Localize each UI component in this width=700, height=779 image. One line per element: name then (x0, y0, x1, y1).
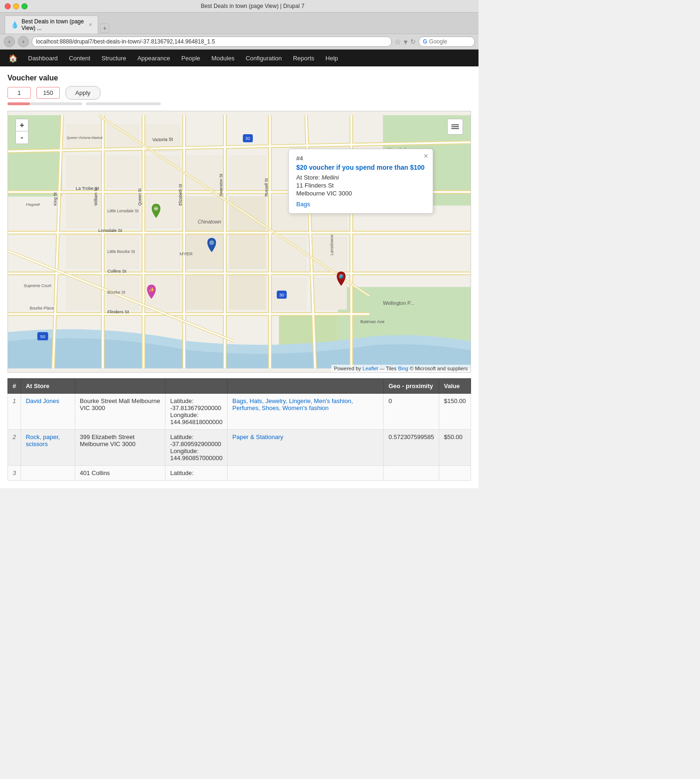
row-categories: Bags, Hats, Jewelry, Lingerie, Men's fas… (228, 394, 384, 430)
search-bar[interactable]: G (419, 36, 475, 47)
svg-rect-22 (229, 233, 265, 269)
table-row: 2 Rock, paper, scissors 399 Elizabeth St… (8, 430, 471, 466)
tab-close-icon[interactable]: × (89, 22, 92, 28)
marker-green[interactable]: ✏ (150, 202, 163, 221)
lng-value-2: 144.960857000000 (170, 454, 222, 462)
nav-reports[interactable]: Reports (287, 51, 320, 65)
svg-rect-8 (67, 156, 103, 188)
row-value: $50.00 (439, 430, 471, 466)
svg-text:Elizabeth St: Elizabeth St (178, 184, 183, 206)
zoom-out-button[interactable]: - (16, 131, 28, 144)
new-tab-button[interactable]: + (100, 23, 109, 33)
voucher-max-input[interactable] (36, 87, 60, 99)
map-popup: × #4 $20 voucher if you spend more than … (288, 149, 433, 214)
popup-store-prefix: At Store: (296, 174, 320, 181)
search-input[interactable] (429, 38, 466, 45)
store-link-1[interactable]: David Jones (26, 397, 59, 404)
svg-text:MYER: MYER (179, 251, 193, 256)
svg-rect-27 (229, 274, 265, 310)
svg-text:Swanston St: Swanston St (219, 173, 223, 196)
nav-menu: 🏠 Dashboard Content Structure Appearance… (0, 50, 479, 66)
nav-dashboard[interactable]: Dashboard (22, 51, 64, 65)
bing-link[interactable]: Bing (398, 366, 408, 371)
svg-rect-23 (67, 274, 103, 310)
reload-icon[interactable]: ↻ (410, 38, 416, 45)
active-tab[interactable]: 💧 Best Deals in town (page View) ... × (5, 15, 98, 34)
voucher-section: Voucher value Apply (7, 74, 471, 105)
google-icon: G (423, 38, 427, 45)
marker-pink[interactable]: ✨ (145, 283, 158, 302)
svg-rect-15 (229, 156, 265, 192)
map-zoom-controls: + - (15, 119, 29, 144)
category-links-1[interactable]: Bags, Hats, Jewelry, Lingerie, Men's fas… (232, 397, 353, 411)
svg-text:Bourke Place: Bourke Place (29, 306, 54, 310)
dropdown-icon[interactable]: ▾ (404, 37, 407, 46)
back-button[interactable]: ‹ (4, 36, 15, 47)
nav-configuration[interactable]: Configuration (240, 51, 287, 65)
popup-address-line1: 11 Flinders St (296, 182, 425, 189)
popup-store: At Store: Mellini (296, 174, 425, 181)
map-container[interactable]: Victoria St La Trobe St Lonsdale St Coll… (7, 111, 471, 373)
maximize-button[interactable] (21, 3, 28, 9)
tab-bar: 💧 Best Deals in town (page View) ... × + (0, 13, 479, 34)
svg-rect-96 (451, 126, 459, 127)
store-link-2[interactable]: Rock, paper, scissors (26, 433, 60, 447)
popup-category-link[interactable]: Bags (296, 201, 425, 208)
row-categories (228, 466, 384, 481)
row-coords: Latitude: -37.813679200000 Longitude: 14… (165, 394, 228, 430)
window-buttons (5, 3, 28, 9)
window-title: Best Deals in town (page View) | Drupal … (31, 3, 474, 9)
map-layers-button[interactable] (447, 119, 463, 135)
voucher-title: Voucher value (7, 74, 471, 82)
forward-button[interactable]: › (18, 36, 29, 47)
leaflet-link[interactable]: Leaflet (363, 366, 378, 371)
table-row: 1 David Jones Bourke Street Mall Melbour… (8, 394, 471, 430)
close-button[interactable] (5, 3, 11, 9)
layers-icon (450, 122, 460, 131)
svg-text:Flagstaff: Flagstaff (26, 202, 40, 207)
nav-help[interactable]: Help (320, 51, 344, 65)
voucher-min-input[interactable] (7, 87, 31, 99)
voucher-controls: Apply (7, 86, 471, 100)
svg-text:Russell St: Russell St (264, 178, 269, 197)
marker-red[interactable]: 🧳 (335, 270, 348, 289)
map-attribution: Powered by Leaflet — Tiles Bing © Micros… (331, 365, 471, 372)
svg-point-100 (209, 240, 214, 245)
voucher-slider[interactable] (7, 102, 82, 105)
svg-rect-95 (451, 124, 459, 125)
nav-modules[interactable]: Modules (206, 51, 240, 65)
drupal-icon: 💧 (11, 21, 19, 29)
svg-text:Batman Ave: Batman Ave (360, 319, 385, 324)
category-link-paper[interactable]: Paper & Stationary (232, 433, 283, 440)
nav-appearance[interactable]: Appearance (132, 51, 176, 65)
row-value: $150.00 (439, 394, 471, 430)
col-header-value: Value (439, 379, 471, 394)
nav-structure[interactable]: Structure (96, 51, 132, 65)
svg-text:Little Bourke St: Little Bourke St (107, 249, 135, 254)
col-header-number: # (8, 379, 21, 394)
results-table: # At Store Geo - proximity Value 1 David… (7, 378, 471, 481)
svg-text:Lonsdale St: Lonsdale St (98, 228, 122, 233)
home-nav-button[interactable]: 🏠 (4, 54, 22, 63)
svg-text:🧳: 🧳 (338, 274, 344, 280)
svg-rect-16 (184, 196, 225, 232)
apply-button[interactable]: Apply (65, 86, 100, 100)
address-bar: ‹ › ☆ ▾ ↻ G (0, 34, 479, 50)
row-geo: 0 (384, 394, 439, 430)
col-header-store: At Store (21, 379, 75, 394)
popup-close-button[interactable]: × (424, 152, 428, 160)
nav-content[interactable]: Content (64, 51, 96, 65)
zoom-in-button[interactable]: + (16, 119, 28, 131)
svg-text:Flinders St: Flinders St (107, 309, 129, 314)
attribution-text: Powered by (334, 366, 363, 371)
voucher-slider-right[interactable] (86, 102, 161, 105)
lat-value-2: -37.809592900000 (170, 440, 221, 447)
row-geo (384, 466, 439, 481)
marker-blue[interactable] (205, 237, 218, 255)
row-number: 1 (8, 394, 21, 430)
minimize-button[interactable] (13, 3, 19, 9)
bookmark-icon[interactable]: ☆ (394, 37, 401, 46)
lng-value: 144.964818000000 (170, 418, 222, 426)
nav-people[interactable]: People (176, 51, 206, 65)
url-bar[interactable] (32, 36, 392, 47)
